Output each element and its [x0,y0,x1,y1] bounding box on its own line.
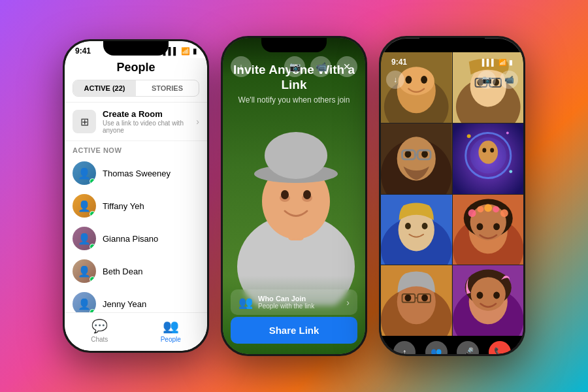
list-item[interactable]: 👤 Tiffany Yeh [65,189,207,222]
people-label: People [161,336,181,343]
avatar: 👤 [73,161,96,185]
group-icon: 👥 [238,295,253,310]
video-cell-6 [453,195,524,265]
screen-mid: Invite Anyone With a Link We'll notify y… [223,38,365,354]
active-now-label: ACTIVE NOW [65,141,207,157]
video-toggle-button[interactable]: 📹 [500,71,518,89]
online-indicator [90,211,95,217]
call-controls-bar: ↕ 👥 🎤 📞 [381,336,523,354]
list-item[interactable]: 👤 Thomas Sweeney [65,157,207,189]
wcj-text: Who Can Join People with the link [258,295,341,310]
svg-point-60 [404,295,411,302]
status-bar-right: 9:41 ▌▌▌ 📶 ▮ [381,52,523,69]
svg-point-26 [404,150,411,157]
people-header: People ACTIVE (22) STORIES [65,58,207,103]
create-room-text: Create a Room Use a link to video chat w… [103,109,189,134]
people-screen: 9:41 ▌▌▌ 📶 ▮ People ACTIVE (22) STORIES … [65,41,207,351]
tab-stories[interactable]: STORIES [136,80,199,96]
create-room-subtitle: Use a link to video chat with anyone [103,120,189,134]
wcj-subtitle: People with the link [258,302,341,310]
participant-5 [381,195,452,265]
who-can-join-panel[interactable]: 👥 Who Can Join People with the link › [231,289,357,315]
create-room-icon: ⊞ [73,110,96,133]
status-time-right: 9:41 [391,57,407,67]
svg-point-8 [303,190,311,199]
svg-point-50 [468,209,476,217]
svg-point-34 [478,140,498,164]
svg-point-44 [422,223,428,229]
svg-point-38 [506,131,508,134]
create-room-item[interactable]: ⊞ Create a Room Use a link to video chat… [65,103,207,141]
svg-point-43 [405,223,411,229]
wifi-icon: 📶 [181,47,190,56]
share-link-button[interactable]: Share Link [231,317,357,344]
participant-7 [381,265,452,336]
end-call-button[interactable]: 📞 [489,341,511,354]
avatar: 👤 [73,194,96,218]
minimize-button[interactable]: ↓ [386,71,404,89]
list-item[interactable]: 👤 Beth Dean [65,255,207,287]
tab-chats[interactable]: 💬 Chats [91,318,108,343]
close-button[interactable]: ✕ [336,56,357,77]
back-button[interactable]: ↓ [231,56,252,77]
svg-point-69 [470,278,505,311]
status-icons-right: ▌▌▌ 📶 ▮ [482,59,513,66]
svg-point-39 [509,170,512,173]
video-cell-7 [381,265,452,336]
wcj-title: Who Can Join [258,295,341,302]
battery-icon: ▮ [509,59,513,66]
participant-4 [453,123,524,194]
add-people-button[interactable]: 👥 [425,341,448,354]
svg-point-51 [477,206,483,212]
notch-right [419,38,485,52]
chats-label: Chats [91,336,108,343]
contact-name: Beth Dean [103,267,142,276]
invite-screen: Invite Anyone With a Link We'll notify y… [223,38,365,354]
contact-name: Gianna Pisano [103,234,158,244]
svg-point-71 [493,292,500,299]
tab-bar[interactable]: ACTIVE (22) STORIES [73,80,199,97]
flip-camera-button[interactable]: ↕ [393,341,416,354]
svg-point-55 [476,223,483,230]
camera-button[interactable]: 📷 [478,71,496,89]
svg-point-61 [421,295,428,302]
status-time-left: 9:41 [75,46,91,56]
plus-icon: ⊞ [80,116,89,128]
contact-name: Tiffany Yeh [103,201,144,211]
chevron-right-icon: › [196,116,199,127]
svg-point-52 [484,204,492,212]
participant-8 [453,265,524,336]
bottom-tab-bar: 💬 Chats 👥 People [65,312,207,351]
tab-active[interactable]: ACTIVE (22) [73,80,136,96]
page-title: People [73,58,199,80]
list-item[interactable]: 👤 Gianna Pisano [65,222,207,255]
svg-point-37 [466,134,470,138]
battery-icon: ▮ [193,47,197,56]
chevron-right-icon: › [346,297,350,308]
screen-right: 9:41 ▌▌▌ 📶 ▮ [381,38,523,354]
call-top-controls: ↓ 📷 📹 [386,71,518,89]
video-cell-4 [453,123,524,194]
invite-top-controls: ↓ 📷 📹 ✕ [231,56,357,77]
phone-mid: Invite Anyone With a Link We'll notify y… [221,36,367,356]
online-indicator [90,244,95,250]
chats-icon: 💬 [91,318,108,334]
invite-subtitle: We'll notify you when others join [233,95,355,105]
create-room-title: Create a Room [103,109,189,119]
svg-point-53 [493,206,499,212]
avatar: 👤 [73,259,96,283]
people-icon: 👥 [163,318,179,334]
svg-point-4 [265,132,327,179]
screen-left: 9:41 ▌▌▌ 📶 ▮ People ACTIVE (22) STORIES … [65,41,207,351]
camera-flip-button[interactable]: 📷 [284,56,305,77]
video-button[interactable]: 📹 [310,56,331,77]
mute-button[interactable]: 🎤 [457,341,479,354]
phone-right: 9:41 ▌▌▌ 📶 ▮ [379,36,525,356]
video-cell-8 [453,265,524,336]
online-indicator [90,178,95,184]
svg-point-54 [500,209,508,217]
tab-people[interactable]: 👥 People [161,318,181,343]
call-media-controls: 📷 📹 [478,71,518,89]
avatar: 👤 [73,227,96,250]
signal-icon: ▌▌▌ [482,59,496,66]
